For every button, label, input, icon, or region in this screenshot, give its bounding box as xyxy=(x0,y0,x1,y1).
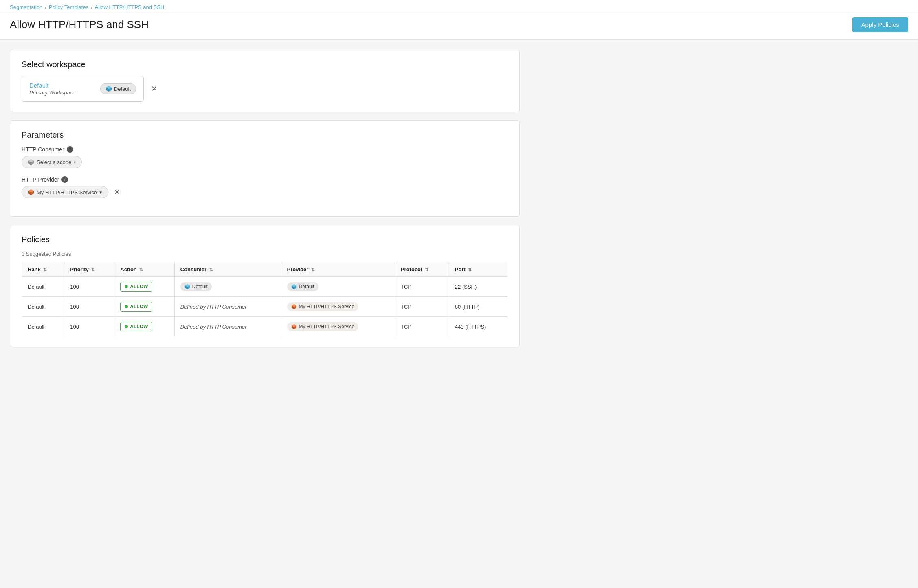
port-sort-icon: ⇅ xyxy=(468,267,472,272)
workspace-section: Select workspace Default Primary Workspa… xyxy=(10,50,520,112)
provider-cube-icon xyxy=(28,189,34,195)
policies-section: Policies 3 Suggested Policies Rank ⇅ Pri… xyxy=(10,225,520,347)
http-consumer-label: HTTP Consumer xyxy=(22,146,64,153)
allow-dot xyxy=(125,325,128,328)
breadcrumb: Segmentation / Policy Templates / Allow … xyxy=(10,0,908,13)
breadcrumb-segmentation[interactable]: Segmentation xyxy=(10,4,42,10)
http-consumer-dropdown[interactable]: Select a scope ▾ xyxy=(22,156,82,168)
parameters-section: Parameters HTTP Consumer i Select a scop… xyxy=(10,120,520,217)
scope-dropdown-chevron: ▾ xyxy=(74,160,76,165)
page-title: Allow HTTP/HTTPS and SSH xyxy=(10,18,149,31)
workspace-remove-button[interactable]: ✕ xyxy=(151,84,157,93)
workspace-subtitle: Primary Workspace xyxy=(29,90,92,96)
cell-protocol: TCP xyxy=(395,297,449,317)
consumer-cube-icon xyxy=(184,284,190,290)
provider-dropdown-chevron: ▾ xyxy=(99,189,102,195)
cell-provider: Default xyxy=(281,277,395,297)
http-consumer-group: HTTP Consumer i Select a scope ▾ xyxy=(22,146,508,168)
default-badge-label: Default xyxy=(114,86,131,92)
http-provider-label: HTTP Provider xyxy=(22,176,59,183)
table-row: Default100ALLOW Default Default TCP22 (S… xyxy=(22,277,508,297)
breadcrumb-current: Allow HTTP/HTTPS and SSH xyxy=(95,4,165,10)
table-row: Default100ALLOWDefined by HTTP Consumer … xyxy=(22,317,508,337)
cell-consumer: Defined by HTTP Consumer xyxy=(174,317,281,337)
action-sort-icon: ⇅ xyxy=(139,267,143,272)
provider-badge: Default xyxy=(287,282,318,291)
cell-provider: My HTTP/HTTPS Service xyxy=(281,297,395,317)
rank-sort-icon: ⇅ xyxy=(43,267,47,272)
cell-rank: Default xyxy=(22,297,64,317)
col-provider[interactable]: Provider ⇅ xyxy=(281,262,395,277)
workspace-card: Default Primary Workspace Default xyxy=(22,76,144,102)
policies-section-title: Policies xyxy=(22,235,508,244)
suggested-count: 3 Suggested Policies xyxy=(22,251,508,257)
allow-badge: ALLOW xyxy=(120,302,152,312)
cell-port: 443 (HTTPS) xyxy=(449,317,507,337)
cell-consumer: Default xyxy=(174,277,281,297)
provider-cube-icon xyxy=(291,284,297,290)
protocol-sort-icon: ⇅ xyxy=(425,267,428,272)
cell-action: ALLOW xyxy=(114,317,174,337)
cell-priority: 100 xyxy=(64,317,114,337)
cell-protocol: TCP xyxy=(395,317,449,337)
cell-rank: Default xyxy=(22,317,64,337)
priority-sort-icon: ⇅ xyxy=(91,267,95,272)
consumer-value: Defined by HTTP Consumer xyxy=(180,304,247,310)
http-provider-dropdown[interactable]: My HTTP/HTTPS Service ▾ xyxy=(22,186,108,198)
http-consumer-info-icon: i xyxy=(67,146,73,153)
cell-priority: 100 xyxy=(64,277,114,297)
workspace-name: Default xyxy=(29,82,92,89)
col-priority[interactable]: Priority ⇅ xyxy=(64,262,114,277)
provider-remove-button[interactable]: ✕ xyxy=(114,188,120,197)
consumer-sort-icon: ⇅ xyxy=(209,267,213,272)
cell-protocol: TCP xyxy=(395,277,449,297)
cell-action: ALLOW xyxy=(114,297,174,317)
provider-badge-orange: My HTTP/HTTPS Service xyxy=(287,302,359,311)
policies-table: Rank ⇅ Priority ⇅ Action ⇅ Consumer ⇅ xyxy=(22,262,508,337)
cell-port: 22 (SSH) xyxy=(449,277,507,297)
provider-orange-cube-icon xyxy=(291,324,297,329)
cell-provider: My HTTP/HTTPS Service xyxy=(281,317,395,337)
cube-icon xyxy=(105,86,112,92)
cell-port: 80 (HTTP) xyxy=(449,297,507,317)
cell-priority: 100 xyxy=(64,297,114,317)
apply-policies-button[interactable]: Apply Policies xyxy=(852,17,908,32)
col-port[interactable]: Port ⇅ xyxy=(449,262,507,277)
workspace-section-title: Select workspace xyxy=(22,60,508,69)
col-action[interactable]: Action ⇅ xyxy=(114,262,174,277)
breadcrumb-policy-templates[interactable]: Policy Templates xyxy=(49,4,88,10)
allow-badge: ALLOW xyxy=(120,322,152,331)
scope-dropdown-label: Select a scope xyxy=(37,159,71,165)
parameters-section-title: Parameters xyxy=(22,130,508,140)
col-protocol[interactable]: Protocol ⇅ xyxy=(395,262,449,277)
provider-badge-orange: My HTTP/HTTPS Service xyxy=(287,322,359,331)
provider-dropdown-value: My HTTP/HTTPS Service xyxy=(37,189,97,195)
table-row: Default100ALLOWDefined by HTTP Consumer … xyxy=(22,297,508,317)
cell-rank: Default xyxy=(22,277,64,297)
consumer-badge: Default xyxy=(180,282,212,291)
http-provider-group: HTTP Provider i My HTTP/HTTPS Service ▾ … xyxy=(22,176,508,198)
allow-dot xyxy=(125,285,128,288)
consumer-value: Defined by HTTP Consumer xyxy=(180,324,247,330)
allow-badge: ALLOW xyxy=(120,282,152,292)
http-provider-info-icon: i xyxy=(61,176,68,183)
col-consumer[interactable]: Consumer ⇅ xyxy=(174,262,281,277)
scope-cube-icon xyxy=(28,159,34,165)
provider-sort-icon: ⇅ xyxy=(311,267,315,272)
cell-action: ALLOW xyxy=(114,277,174,297)
cell-consumer: Defined by HTTP Consumer xyxy=(174,297,281,317)
col-rank[interactable]: Rank ⇅ xyxy=(22,262,64,277)
provider-orange-cube-icon xyxy=(291,304,297,309)
allow-dot xyxy=(125,305,128,308)
workspace-default-badge: Default xyxy=(100,83,136,94)
page-header: Allow HTTP/HTTPS and SSH Apply Policies xyxy=(0,13,918,40)
